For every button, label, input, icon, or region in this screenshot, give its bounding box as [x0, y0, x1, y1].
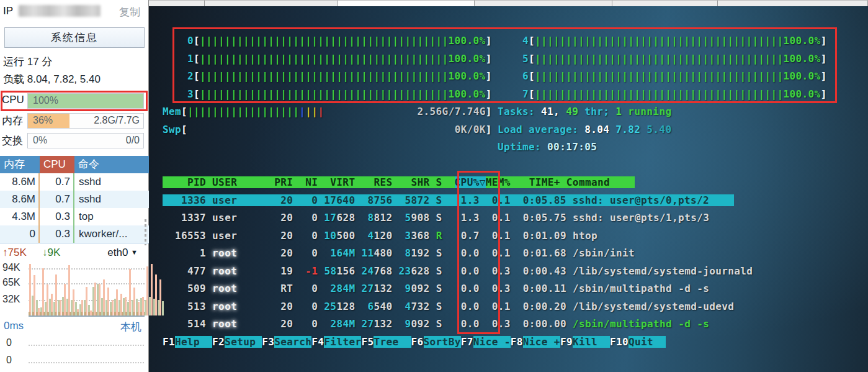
- ip-address-redacted: [19, 5, 101, 17]
- terminal-tab-5[interactable]: [612, 0, 718, 6]
- cpu-meter-4: 4[||||||||||||||||||||||||||||||||||||||…: [522, 32, 827, 50]
- fkey-button-F2[interactable]: Setup: [225, 336, 262, 348]
- memory-meter-value: 36%: [33, 115, 53, 126]
- process-row-1336[interactable]: 1336 user 20 0 17640 8756 5872 S 1.3 0.1…: [163, 192, 734, 210]
- chevron-down-icon: ▼: [131, 248, 138, 256]
- process-row-509[interactable]: 509 root RT 0 284M 27132 9092 S 0.0 0.3 …: [163, 280, 709, 298]
- cpu-meter-3: 3[||||||||||||||||||||||||||||||||||||||…: [187, 86, 492, 104]
- mini-cell-command: sshd: [74, 173, 149, 191]
- traffic-bar-group: [29, 264, 34, 315]
- copy-ip-button[interactable]: 复制: [119, 5, 140, 19]
- fkey-button-F10[interactable]: Quit: [629, 336, 666, 348]
- mini-table-row[interactable]: 00.3kworker/...: [0, 225, 149, 243]
- memory-meter-detail: 2.8G/7.7G: [94, 115, 140, 126]
- swap-meter-bar: 0% 0/0: [27, 133, 144, 148]
- mini-cell-memory: 8.6M: [0, 191, 40, 208]
- traffic-bar-group: [151, 264, 155, 315]
- fkey-button-F7[interactable]: Nice -: [473, 336, 511, 348]
- fkey-label-F8: F8: [511, 336, 523, 348]
- download-rate: ↓9K: [42, 247, 60, 259]
- process-row-16553[interactable]: 16553 user 20 0 10500 4120 3368 R 0.7 0.…: [163, 227, 597, 245]
- traffic-bar-group: [159, 279, 164, 315]
- swap-meter-value: 0%: [33, 135, 47, 146]
- process-row-513[interactable]: 513 root 20 0 25128 6540 4732 S 0.0 0.1 …: [163, 298, 734, 316]
- fkey-button-F9[interactable]: Kill: [573, 336, 610, 348]
- ping-value: 0: [6, 355, 12, 366]
- upload-bar: [29, 264, 31, 315]
- upload-bar: [42, 268, 44, 315]
- upload-bar: [64, 284, 66, 315]
- mini-cell-memory: 0: [0, 225, 40, 243]
- swap-meter-label: 交换: [2, 134, 23, 148]
- cpu-meter-6: 6[||||||||||||||||||||||||||||||||||||||…: [522, 68, 827, 86]
- fkey-label-F1: F1: [163, 336, 175, 348]
- ping-host: 本机: [120, 320, 141, 334]
- terminal-tab-2[interactable]: [205, 0, 338, 6]
- process-row-477[interactable]: 477 root 19 -1 58156 24768 23628 S 0.0 0…: [163, 263, 753, 281]
- fkey-button-F1[interactable]: Help: [175, 336, 212, 348]
- process-row-1[interactable]: 1 root 20 0 164M 11480 8192 S 0.0 0.1 0:…: [163, 245, 635, 263]
- cpu-meter-1: 1[||||||||||||||||||||||||||||||||||||||…: [187, 50, 492, 68]
- traffic-bar-group: [155, 274, 159, 315]
- upload-bar: [94, 283, 96, 315]
- ping-dotted-line: [29, 362, 144, 363]
- function-key-bar[interactable]: F1Help F2Setup F3SearchF4FilterF5Tree F6…: [163, 333, 666, 352]
- process-row-514[interactable]: 514 root 20 0 284M 27132 9092 S 0.0 0.3 …: [163, 315, 709, 333]
- load-text: 负载 8.04, 7.82, 5.40: [3, 72, 146, 87]
- mini-header-command[interactable]: 命令: [74, 156, 149, 173]
- system-info-panel: IP 复制 系统信息 运行 17 分 负载 8.04, 7.82, 5.40 C…: [0, 0, 149, 372]
- mini-table-row[interactable]: 4.3M0.3top: [0, 208, 149, 225]
- upload-bar: [151, 264, 153, 315]
- cpu-meter-label: CPU: [2, 94, 24, 106]
- process-row-1337[interactable]: 1337 user 20 0 17628 8812 5908 S 1.3 0.1…: [163, 209, 709, 227]
- fkey-label-F4: F4: [311, 336, 324, 348]
- upload-bar: [47, 284, 48, 315]
- cpu-meter-value: 100%: [33, 95, 58, 106]
- mini-table-row[interactable]: 8.6M0.7sshd: [0, 191, 149, 208]
- upload-bar: [99, 284, 101, 315]
- ip-row: IP 复制: [0, 4, 149, 19]
- mini-table-row[interactable]: 8.6M0.7sshd: [0, 173, 149, 191]
- download-bar: [162, 301, 164, 315]
- fkey-label-F7: F7: [461, 336, 473, 348]
- terminal-tab-4[interactable]: [475, 0, 612, 6]
- swap-meter-row: 交换 0% 0/0: [0, 132, 149, 149]
- mini-cell-memory: 8.6M: [0, 173, 40, 191]
- traffic-bar-group: [68, 265, 73, 315]
- uptime: Uptime: 00:17:05: [498, 138, 597, 157]
- terminal-tab-3[interactable]: [338, 0, 475, 6]
- upload-bar: [129, 269, 131, 315]
- mini-header-cpu[interactable]: CPU: [40, 156, 74, 173]
- load-average: Load average: 8.04 7.82 5.40: [498, 121, 671, 139]
- traffic-bar-group: [146, 266, 151, 315]
- terminal-tab-1[interactable]: [149, 0, 205, 6]
- process-mini-table: 内存 CPU 命令 8.6M0.7sshd8.6M0.7sshd4.3M0.3t…: [0, 156, 149, 243]
- fkey-button-F6[interactable]: SortBy: [424, 336, 461, 348]
- fkey-label-F10: F10: [610, 336, 629, 348]
- interface-selector[interactable]: eth0 ▼: [107, 247, 138, 259]
- traffic-bar-group: [129, 269, 133, 315]
- mini-cell-memory: 4.3M: [0, 208, 40, 225]
- terminal-window: 0[||||||||||||||||||||||||||||||||||||||…: [149, 0, 868, 372]
- terminal-tab-6[interactable]: [718, 0, 868, 6]
- mini-cell-command: top: [74, 208, 149, 225]
- ping-row: 0ms 本机: [0, 320, 149, 335]
- mini-header-memory[interactable]: 内存: [0, 156, 40, 173]
- traffic-bar-group: [34, 275, 38, 315]
- htop-screen[interactable]: 0[||||||||||||||||||||||||||||||||||||||…: [149, 6, 868, 372]
- fkey-button-F5[interactable]: Tree: [374, 336, 411, 348]
- fkey-button-F3[interactable]: Search: [274, 336, 311, 348]
- fkey-label-F3: F3: [262, 336, 274, 348]
- process-mini-table-body: 8.6M0.7sshd8.6M0.7sshd4.3M0.3top00.3kwor…: [0, 173, 149, 243]
- fkey-button-F8[interactable]: Nice +: [523, 336, 560, 348]
- memory-meter-label: 内存: [2, 114, 23, 128]
- network-summary-row: ↑75K ↓9K eth0 ▼: [0, 247, 149, 261]
- traffic-bar-group: [64, 284, 68, 315]
- y-tick-94K: 94K: [2, 262, 26, 273]
- ip-label: IP: [3, 5, 13, 17]
- fkey-button-F4[interactable]: Filter: [324, 336, 361, 348]
- process-table-header[interactable]: PID USER PRI NI VIRT RES SHR S CPU%▽MEM%…: [163, 174, 635, 192]
- system-info-button[interactable]: 系统信息: [4, 27, 145, 48]
- panel-scrollbar[interactable]: [145, 219, 146, 245]
- ping-dotted-line: [29, 345, 144, 346]
